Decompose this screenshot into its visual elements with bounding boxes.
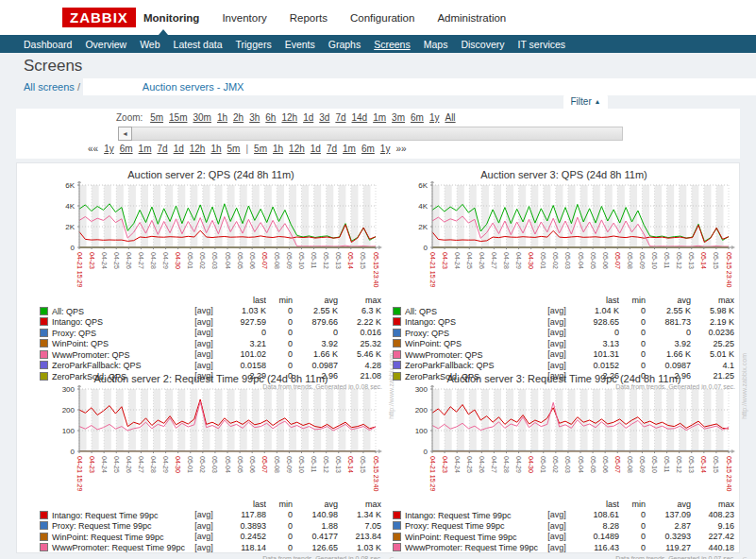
subnav-events[interactable]: Events bbox=[285, 39, 315, 50]
graph-plot-area[interactable]: 300200100004-21 15:2904-2304-2404-2504-2… bbox=[387, 385, 741, 497]
scrollbar-left-arrow-icon[interactable]: ◄ bbox=[118, 127, 132, 141]
graph-plot-area[interactable]: 6K4K2K004-21 15:2904-2304-2404-2504-2604… bbox=[387, 181, 741, 293]
legend-min-value: 0 bbox=[619, 350, 646, 362]
shift-back-1d[interactable]: 1d bbox=[174, 144, 184, 154]
zoom-link-14d[interactable]: 14d bbox=[352, 112, 368, 123]
shift-fwd-1m[interactable]: 1m bbox=[343, 144, 356, 154]
shift-fwd-7d[interactable]: 7d bbox=[327, 144, 337, 154]
zabbix-logo[interactable]: ZABBIX bbox=[62, 8, 136, 27]
zoom-link-all[interactable]: All bbox=[445, 112, 455, 123]
graph-plot-area[interactable]: 300200100004-21 15:2904-2304-2404-2504-2… bbox=[34, 385, 388, 497]
zoom-link-5m[interactable]: 5m bbox=[150, 112, 163, 123]
zoom-link-6m[interactable]: 6m bbox=[411, 112, 424, 123]
menu-reports[interactable]: Reports bbox=[290, 12, 328, 24]
svg-text:05-14: 05-14 bbox=[700, 456, 707, 473]
subnav-latest-data[interactable]: Latest data bbox=[174, 39, 223, 50]
shift-fwd-12h[interactable]: 12h bbox=[289, 144, 305, 154]
shift-fwd-1d[interactable]: 1d bbox=[311, 144, 321, 154]
shift-fwd-5m[interactable]: 5m bbox=[254, 144, 267, 154]
svg-text:04-30: 04-30 bbox=[528, 252, 534, 269]
svg-text:04-24: 04-24 bbox=[101, 456, 108, 473]
shift-fwd-6m[interactable]: 6m bbox=[361, 144, 375, 154]
subnav-graphs[interactable]: Graphs bbox=[328, 39, 361, 50]
svg-text:04-24: 04-24 bbox=[101, 252, 108, 269]
legend-header-row: lastminavgmax bbox=[40, 500, 381, 511]
shift-back-1y[interactable]: 1y bbox=[104, 144, 114, 154]
legend-func: [avg] bbox=[189, 339, 219, 350]
svg-text:4K: 4K bbox=[418, 202, 428, 211]
subnav-screens[interactable]: Screens bbox=[374, 39, 411, 50]
zoom-link-2h[interactable]: 2h bbox=[233, 112, 244, 123]
graph-legend: lastminavgmaxAll: QPS[avg]1.03 K02.55 K6… bbox=[40, 296, 381, 382]
legend-func: [avg] bbox=[189, 511, 219, 522]
menu-monitoring[interactable]: Monitoring bbox=[143, 12, 199, 24]
zoom-link-1m[interactable]: 1m bbox=[373, 112, 386, 123]
legend-item-label: Intango: QPS bbox=[40, 317, 189, 329]
zoom-link-3h[interactable]: 3h bbox=[249, 112, 260, 123]
legend-last-value: 927.59 bbox=[219, 317, 266, 329]
svg-text:05-06: 05-06 bbox=[602, 252, 609, 269]
svg-text:05-04: 05-04 bbox=[225, 456, 231, 473]
legend-func: [avg] bbox=[542, 361, 572, 372]
graph-plot-area[interactable]: 6K4K2K004-21 15:2904-2304-2404-2504-2604… bbox=[34, 181, 388, 293]
svg-text:04-30: 04-30 bbox=[528, 456, 534, 473]
svg-text:04-25: 04-25 bbox=[466, 456, 473, 473]
menu-administration[interactable]: Administration bbox=[437, 12, 506, 24]
subnav-maps[interactable]: Maps bbox=[424, 39, 448, 50]
time-shift-prev[interactable]: «« bbox=[88, 144, 98, 154]
breadcrumb-current-screen[interactable]: Auction servers - JMX bbox=[143, 81, 244, 93]
legend-max-value: 25.32 bbox=[338, 339, 381, 350]
shift-back-5m[interactable]: 5m bbox=[227, 144, 241, 154]
breadcrumb: All screens / Auction servers - JMX bbox=[0, 78, 756, 95]
zoom-link-1d[interactable]: 1d bbox=[303, 112, 313, 123]
legend-color-swatch bbox=[393, 329, 401, 337]
zoom-link-12h[interactable]: 12h bbox=[281, 112, 297, 123]
svg-text:05-03: 05-03 bbox=[564, 252, 571, 269]
breadcrumb-all-screens[interactable]: All screens bbox=[24, 81, 75, 93]
svg-text:04-25: 04-25 bbox=[113, 252, 120, 269]
scrollbar-track[interactable] bbox=[132, 127, 623, 141]
subnav-triggers[interactable]: Triggers bbox=[236, 39, 272, 50]
legend-color-swatch bbox=[40, 543, 48, 551]
svg-text:05-04: 05-04 bbox=[578, 252, 584, 269]
shift-back-1m[interactable]: 1m bbox=[139, 144, 152, 154]
graph-legend: lastminavgmaxIntango: Request Time 99pc[… bbox=[40, 500, 381, 554]
graph-auction-server-3-request-time: Auction server 3: Request Time 99pc (24d… bbox=[387, 373, 741, 559]
subnav-it-services[interactable]: IT services bbox=[518, 39, 566, 50]
legend-max-value: 1.34 K bbox=[338, 511, 381, 522]
legend-row: WwwPromoter: Request Time 99pc[avg]116.4… bbox=[393, 543, 734, 554]
legend-item-label: Proxy: Request Time 99pc bbox=[393, 521, 542, 533]
shift-back-12h[interactable]: 12h bbox=[190, 144, 206, 154]
svg-text:05-11: 05-11 bbox=[311, 252, 317, 268]
legend-max-value: 9.16 bbox=[691, 521, 734, 533]
zoom-link-30m[interactable]: 30m bbox=[193, 112, 210, 123]
legend-item-label: Intango: QPS bbox=[393, 317, 542, 329]
shift-fwd-1h[interactable]: 1h bbox=[273, 144, 283, 154]
subnav-discovery[interactable]: Discovery bbox=[461, 39, 504, 50]
legend-min-value: 0 bbox=[619, 511, 646, 522]
zoom-link-6h[interactable]: 6h bbox=[265, 112, 276, 123]
zoom-link-15m[interactable]: 15m bbox=[169, 112, 187, 123]
time-shift-next[interactable]: »» bbox=[395, 144, 406, 154]
shift-back-7d[interactable]: 7d bbox=[158, 144, 168, 154]
menu-configuration[interactable]: Configuration bbox=[350, 12, 414, 24]
subnav-overview[interactable]: Overview bbox=[85, 39, 126, 50]
svg-text:04-21 15:29: 04-21 15:29 bbox=[429, 456, 436, 491]
zoom-link-3m[interactable]: 3m bbox=[392, 112, 405, 123]
shift-back-6m[interactable]: 6m bbox=[120, 144, 133, 154]
legend-header-max: max bbox=[338, 500, 381, 511]
subnav-web[interactable]: Web bbox=[140, 39, 160, 50]
legend-item-label: All: QPS bbox=[393, 307, 542, 318]
shift-back-1h[interactable]: 1h bbox=[210, 144, 221, 154]
menu-inventory[interactable]: Inventory bbox=[222, 12, 266, 24]
zoom-link-1h[interactable]: 1h bbox=[217, 112, 227, 123]
legend-last-value: 928.65 bbox=[572, 317, 619, 329]
svg-text:05-03: 05-03 bbox=[564, 456, 571, 473]
legend-item-label: All: QPS bbox=[40, 307, 189, 318]
zoom-link-3d[interactable]: 3d bbox=[319, 112, 329, 123]
filter-toggle[interactable]: Filter ▲ bbox=[563, 94, 608, 109]
zoom-link-7d[interactable]: 7d bbox=[335, 112, 345, 123]
shift-fwd-1y[interactable]: 1y bbox=[380, 144, 391, 154]
zoom-link-1y[interactable]: 1y bbox=[429, 112, 440, 123]
subnav-dashboard[interactable]: Dashboard bbox=[24, 39, 72, 50]
